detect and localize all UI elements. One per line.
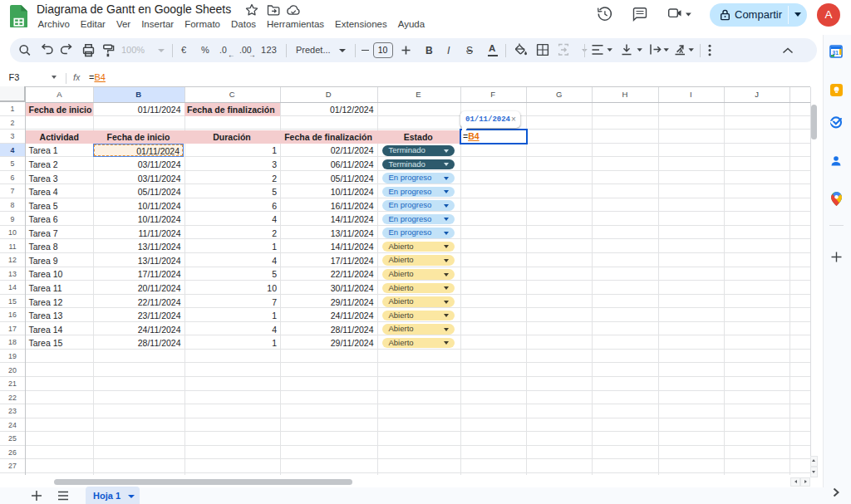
- svg-text:31: 31: [833, 50, 839, 56]
